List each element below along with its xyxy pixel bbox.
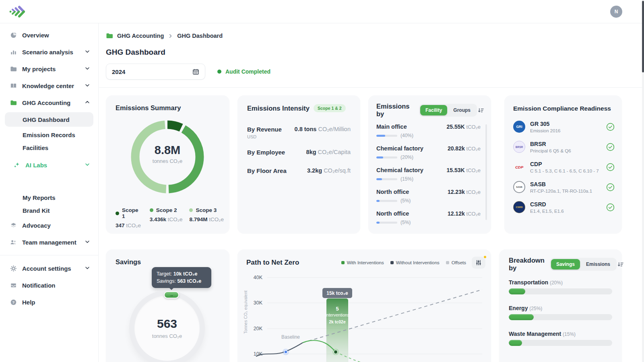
legend-offsets: Offsets (446, 260, 466, 265)
toggle-facility[interactable]: Facility (420, 105, 447, 115)
legend-scope-3: Scope 3 8.794M tCO₂e (189, 207, 224, 228)
sidebar-label: Knowledge center (22, 82, 74, 89)
breakdown-row-transportation: Transportation (20%) (509, 279, 612, 294)
folder-green-icon (106, 32, 113, 39)
card-title: Emissions Summary (116, 104, 181, 112)
sidebar-item-my-reports[interactable]: My Reports (0, 191, 98, 204)
svg-text:5: 5 (336, 306, 339, 312)
card-emissions-by: Emissions by Facility Groups Main office… (368, 95, 491, 233)
savings-center-label: 563 tonnes CO₂e (129, 317, 205, 339)
card-path-to-net-zero: Path to Net Zero With Interventions With… (237, 249, 491, 362)
sidebar-item-knowledge-center[interactable]: Knowledge center (0, 77, 98, 94)
layers-icon (10, 222, 17, 229)
donut-center-label: 8.8M tonnes CO₂e (129, 144, 206, 164)
sidebar-label: Emission Records (23, 132, 75, 138)
sidebar-divider (0, 255, 98, 255)
card-savings: Savings Target: 10k tCO₂e Savings: 563 t… (106, 249, 229, 362)
svg-text:Baseline: Baseline (281, 334, 300, 340)
app-logo-icon[interactable] (9, 4, 27, 21)
card-scrollbar[interactable] (485, 124, 487, 220)
toggle-groups[interactable]: Groups (448, 105, 476, 115)
sidebar-item-facilities[interactable]: Facilities (0, 141, 98, 154)
check-circle-icon (606, 123, 615, 131)
sidebar-label: Advocacy (22, 222, 51, 229)
chart-legend: With Interventions Without Interventions… (341, 260, 466, 265)
sidebar-item-help[interactable]: ? Help (0, 294, 98, 311)
sidebar-item-ghg-accounting[interactable]: GHG Accounting (0, 94, 98, 111)
sidebar-item-overview[interactable]: Overview (0, 27, 98, 43)
scope-badge: Scope 1 & 2 (314, 104, 346, 112)
toggle-emissions[interactable]: Emissions (581, 259, 615, 269)
breakdown-progress (509, 340, 612, 346)
compliance-row: CSRD CSRDE1.4, E1.5, E1.6 (513, 200, 615, 214)
net-zero-chart: 40K 30K 20K 10K 15k tco₂e 5 Intervention… (246, 272, 482, 362)
card-breakdown-by: Breakdown by Savings Emissions Transport… (499, 249, 622, 362)
check-circle-icon (606, 163, 615, 171)
sidebar-label: Scenario analysis (22, 49, 73, 56)
sidebar-item-scenario-analysis[interactable]: Scenario analysis (0, 43, 98, 60)
sidebar-item-notification[interactable]: Notification (0, 277, 98, 294)
sidebar: Overview Scenario analysis My projects K… (0, 23, 99, 362)
chart-filter-button[interactable] (472, 257, 485, 269)
chevron-right-icon (168, 33, 173, 39)
facility-row: Main office 25.55K tCO₂e (40%) (376, 123, 481, 138)
sidebar-item-account-settings[interactable]: Account settings (0, 260, 98, 277)
sidebar-item-advocacy[interactable]: Advocacy (0, 217, 98, 234)
sidebar-label: GHG Dashboard (23, 116, 70, 123)
sidebar-label: Account settings (22, 265, 71, 272)
check-circle-icon (606, 203, 615, 212)
chevron-up-icon (85, 99, 90, 106)
sort-icon[interactable] (477, 107, 485, 114)
toggle-savings[interactable]: Savings (551, 259, 580, 269)
sidebar-item-brand-kit[interactable]: Brand Kit (0, 204, 98, 217)
book-icon (10, 82, 17, 89)
chevron-down-icon (85, 162, 90, 169)
legend-swatch (390, 261, 394, 264)
gauge-marker-icon: → (164, 291, 179, 298)
sidebar-item-emission-records[interactable]: Emission Records (0, 128, 98, 141)
breakdown-row-energy: Energy (25%) (509, 305, 612, 320)
svg-text:40K: 40K (254, 275, 263, 280)
sort-icon[interactable] (617, 261, 624, 268)
page-scrollbar-thumb[interactable] (642, 1, 644, 72)
sidebar-label: Overview (22, 32, 49, 39)
calendar-icon (192, 68, 199, 75)
page-title: GHG Dashboard (106, 48, 165, 57)
sidebar-item-ghg-dashboard[interactable]: GHG Dashboard (5, 112, 93, 127)
compliance-row: CDP CDPC 5.1 - 5.3, C 6.1 - 6.5, C 6.10 … (513, 160, 615, 174)
pie-chart-icon (10, 31, 17, 39)
breadcrumb-parent[interactable]: GHG Accounting (117, 33, 164, 39)
header-divider (99, 87, 644, 88)
top-bar: N (0, 0, 644, 23)
sidebar-label: Notification (22, 282, 56, 289)
card-title: Breakdown by (509, 257, 545, 272)
sidebar-item-team-management[interactable]: Team management (0, 234, 98, 251)
scope1-dot (116, 212, 119, 215)
donut-legend: Scope 1 347 tCO₂e Scope 2 3.436k tCO₂e S… (116, 207, 224, 228)
breadcrumb: GHG Accounting GHG Dashboard (106, 32, 223, 39)
card-title: Emissions Intensity (247, 105, 310, 112)
breadcrumb-current[interactable]: GHG Dashboard (177, 33, 223, 39)
main-content: GHG Accounting GHG Dashboard GHG Dashboa… (99, 23, 644, 362)
svg-text:15k tco₂e: 15k tco₂e (326, 290, 348, 296)
sidebar-item-my-projects[interactable]: My projects (0, 60, 98, 77)
savings-tooltip: Target: 10k tCO₂e Savings: 563 tCO₂e (152, 267, 211, 288)
sidebar-label: Team management (22, 239, 76, 246)
user-avatar[interactable]: N (610, 6, 622, 18)
sidebar-label: Facilities (23, 144, 48, 151)
check-circle-icon (606, 183, 615, 191)
page-scrollbar[interactable] (642, 0, 644, 362)
brsr-badge: BRSR (513, 141, 525, 153)
compliance-row: SASB SASBRT-CP-120a.1, TR-RO-110a.1 (513, 180, 615, 194)
audit-status: Audit Completed (217, 64, 270, 80)
year-select[interactable]: 2024 (106, 64, 205, 80)
facility-row: Chemical factory 20.82k tCO₂e (20%) (376, 145, 481, 160)
compliance-row: GRI GR 305Emission 2016 (513, 120, 615, 134)
notification-dot (483, 255, 487, 259)
savings-emissions-toggle: Savings Emissions (550, 258, 617, 271)
sidebar-label: My Reports (23, 194, 56, 201)
savings-unit: tonnes CO₂e (129, 333, 205, 339)
facility-row: North office 12.12k tCO₂e (5%) (376, 210, 481, 225)
sidebar-item-ai-labs[interactable]: AI Labs (0, 156, 98, 173)
status-label: Audit Completed (225, 68, 270, 75)
